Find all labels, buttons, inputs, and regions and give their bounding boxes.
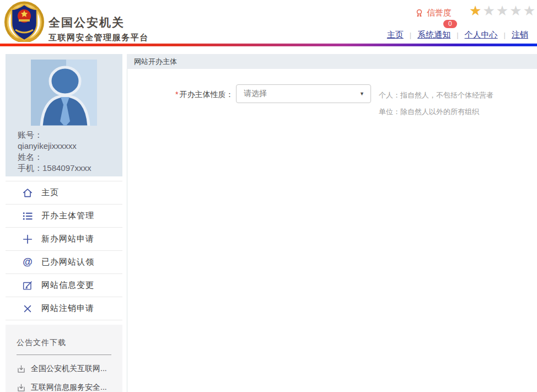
name-label: 姓名： <box>18 152 42 162</box>
sidebar: 账号： qianyikejixxxxxx 姓名： 手机：1584097xxxx … <box>6 54 122 392</box>
downloads-divider <box>17 355 111 355</box>
phone-row: 手机：1584097xxxx <box>18 163 122 174</box>
home-icon <box>21 187 34 199</box>
subject-nature-label: *开办主体性质： <box>175 90 233 100</box>
select-value: 请选择 <box>244 89 267 99</box>
sidebar-menu: 主页 开办主体管理 新办网站申请 @ 已办网站认领 <box>6 181 122 320</box>
user-panel: 账号： qianyikejixxxxxx 姓名： 手机：1584097xxxx <box>6 54 122 176</box>
nav-separator: | <box>504 31 506 39</box>
hint-unit: 单位：除自然人以外的所有组织 <box>379 107 479 117</box>
name-row: 姓名： <box>18 152 122 163</box>
sidebar-item-website-cancellation[interactable]: 网站注销申请 <box>6 297 122 320</box>
announcement-downloads: 公告文件下载 全国公安机关互联网... 互联网信息服务安全... <box>6 325 122 392</box>
star-icon: ★ <box>509 3 523 18</box>
nav-personal-center-link[interactable]: 个人中心 <box>465 30 498 40</box>
list-icon <box>21 210 34 222</box>
nav-separator: | <box>457 31 458 39</box>
page: 全国公安机关 互联网安全管理服务平台 信誉度 ★★★★★ 0 主页 | 系统通知… <box>0 0 537 392</box>
sidebar-item-new-website-application[interactable]: 新办网站申请 <box>6 228 122 251</box>
star-icon: ★ <box>469 3 482 18</box>
at-icon: @ <box>21 256 34 268</box>
sidebar-item-claim-existing-website[interactable]: @ 已办网站认领 <box>6 251 122 274</box>
sidebar-item-label: 网站注销申请 <box>41 303 94 314</box>
star-icon: ★ <box>482 3 496 18</box>
sidebar-item-label: 网站信息变更 <box>41 280 94 291</box>
plus-icon <box>21 233 34 245</box>
edit-icon <box>21 280 34 292</box>
top-navigation: 主页 | 系统通知 | 个人中心 | 注销 <box>387 30 528 40</box>
sidebar-item-label: 新办网站申请 <box>41 234 94 244</box>
header: 全国公安机关 互联网安全管理服务平台 信誉度 ★★★★★ 0 主页 | 系统通知… <box>0 0 537 44</box>
star-icon: ★ <box>496 3 509 18</box>
user-info: 账号： qianyikejixxxxxx 姓名： 手机：1584097xxxx <box>18 130 122 174</box>
credit-score: 信誉度 <box>415 8 452 18</box>
sidebar-item-home[interactable]: 主页 <box>6 181 122 205</box>
sidebar-item-label: 开办主体管理 <box>41 211 94 221</box>
download-link-label: 互联网信息服务安全... <box>31 383 107 392</box>
download-icon <box>17 364 26 374</box>
form-area: *开办主体性质： 请选择 ▼ 个人：指自然人，不包括个体经营者 单位：除自然人以… <box>127 69 537 392</box>
nav-home-link[interactable]: 主页 <box>387 30 404 40</box>
page-title: 网站开办主体 <box>127 54 537 69</box>
download-link[interactable]: 全国公安机关互联网... <box>17 364 112 374</box>
notification-count-badge: 0 <box>443 20 457 28</box>
sidebar-item-label: 已办网站认领 <box>41 257 94 267</box>
police-badge-logo <box>4 1 44 42</box>
nav-separator: | <box>410 31 411 39</box>
star-icon: ★ <box>523 3 536 18</box>
nav-logout-link[interactable]: 注销 <box>512 30 528 40</box>
phone-value: 1584097xxxx <box>42 163 91 173</box>
subject-nature-select[interactable]: 请选择 ▼ <box>236 84 371 103</box>
close-icon <box>21 303 34 314</box>
download-link[interactable]: 互联网信息服务安全... <box>17 383 112 392</box>
medal-icon <box>415 8 424 18</box>
download-icon <box>17 383 26 392</box>
header-gradient-bar <box>0 44 537 46</box>
required-mark: * <box>175 90 178 99</box>
credit-label: 信誉度 <box>427 8 452 18</box>
downloads-title: 公告文件下载 <box>17 338 112 348</box>
account-label: 账号： <box>18 130 122 141</box>
sidebar-item-subject-management[interactable]: 开办主体管理 <box>6 205 122 228</box>
platform-name: 互联网安全管理服务平台 <box>49 33 149 43</box>
account-value: qianyikejixxxxxx <box>18 141 122 152</box>
avatar <box>31 60 97 126</box>
hint-person: 个人：指自然人，不包括个体经营者 <box>379 90 493 100</box>
sidebar-item-label: 主页 <box>41 187 59 198</box>
star-rating: ★★★★★ <box>469 3 536 18</box>
nav-system-notice-link[interactable]: 系统通知 <box>417 30 450 40</box>
brand: 全国公安机关 互联网安全管理服务平台 <box>49 15 149 43</box>
chevron-down-icon: ▼ <box>359 91 364 96</box>
org-name: 全国公安机关 <box>49 15 149 30</box>
download-link-label: 全国公安机关互联网... <box>31 364 107 374</box>
main-content: 网站开办主体 *开办主体性质： 请选择 ▼ 个人：指自然人，不包括个体经营者 单… <box>127 54 537 392</box>
sidebar-item-website-info-change[interactable]: 网站信息变更 <box>6 274 122 297</box>
phone-label: 手机： <box>18 163 42 173</box>
